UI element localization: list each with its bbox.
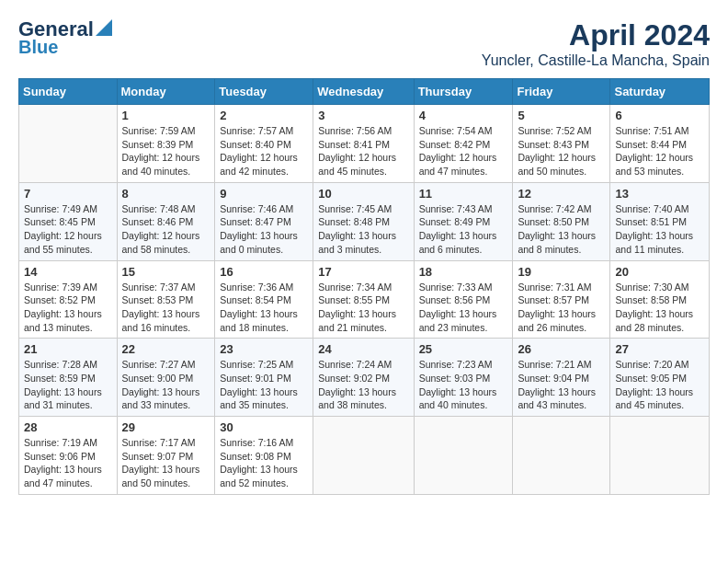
day-info: Sunrise: 7:34 AMSunset: 8:55 PMDaylight:… bbox=[318, 281, 408, 335]
day-info-line: Daylight: 13 hours bbox=[220, 308, 298, 319]
day-info-line: and 52 minutes. bbox=[220, 477, 289, 488]
day-info: Sunrise: 7:45 AMSunset: 8:48 PMDaylight:… bbox=[318, 202, 408, 257]
day-number: 30 bbox=[220, 420, 308, 434]
day-info-line: Daylight: 13 hours bbox=[419, 230, 497, 241]
page-header: General Blue April 2024 Yuncler, Castill… bbox=[18, 18, 710, 69]
day-info-line: Sunrise: 7:23 AM bbox=[419, 359, 493, 370]
day-number: 3 bbox=[318, 109, 408, 122]
day-info-line: Sunset: 9:02 PM bbox=[318, 373, 390, 384]
day-number: 8 bbox=[122, 187, 210, 201]
day-info-line: Sunset: 8:40 PM bbox=[220, 139, 291, 150]
calendar-day-cell bbox=[414, 417, 513, 495]
day-info-line: Daylight: 13 hours bbox=[518, 308, 596, 319]
day-number: 11 bbox=[419, 187, 508, 201]
day-info-line: Sunset: 8:59 PM bbox=[24, 373, 96, 384]
day-info-line: Sunset: 9:04 PM bbox=[518, 373, 589, 384]
title-block: April 2024 Yuncler, Castille-La Mancha, … bbox=[482, 18, 710, 69]
day-info-line: Sunset: 9:01 PM bbox=[220, 373, 291, 384]
day-info-line: Sunset: 9:07 PM bbox=[122, 451, 194, 462]
day-info-line: Sunset: 8:54 PM bbox=[220, 294, 291, 305]
day-info-line: Sunset: 8:43 PM bbox=[518, 139, 589, 150]
day-info-line: Sunrise: 7:45 AM bbox=[318, 203, 392, 214]
calendar-day-cell bbox=[19, 105, 118, 183]
day-number: 18 bbox=[419, 265, 508, 279]
day-info: Sunrise: 7:19 AMSunset: 9:06 PMDaylight:… bbox=[24, 436, 112, 490]
calendar-day-cell: 8Sunrise: 7:48 AMSunset: 8:46 PMDaylight… bbox=[117, 182, 215, 260]
day-info-line: and 11 minutes. bbox=[615, 244, 684, 255]
day-info-line: Sunrise: 7:31 AM bbox=[518, 282, 591, 293]
calendar-day-cell: 25Sunrise: 7:23 AMSunset: 9:03 PMDayligh… bbox=[414, 339, 513, 417]
day-info-line: and 23 minutes. bbox=[419, 322, 488, 333]
day-info: Sunrise: 7:24 AMSunset: 9:02 PMDaylight:… bbox=[318, 358, 408, 412]
day-number: 10 bbox=[318, 187, 408, 201]
calendar-day-cell: 23Sunrise: 7:25 AMSunset: 9:01 PMDayligh… bbox=[215, 339, 313, 417]
day-info: Sunrise: 7:25 AMSunset: 9:01 PMDaylight:… bbox=[220, 358, 308, 412]
day-number: 4 bbox=[419, 109, 508, 122]
day-of-week-header: Monday bbox=[117, 79, 215, 105]
day-info-line: Sunrise: 7:48 AM bbox=[122, 203, 196, 214]
day-info-line: Sunrise: 7:30 AM bbox=[615, 282, 688, 293]
calendar-day-cell: 17Sunrise: 7:34 AMSunset: 8:55 PMDayligh… bbox=[313, 260, 414, 339]
calendar-day-cell: 22Sunrise: 7:27 AMSunset: 9:00 PMDayligh… bbox=[117, 339, 215, 417]
day-info-line: Sunrise: 7:17 AM bbox=[122, 437, 196, 448]
day-info-line: and 50 minutes. bbox=[518, 166, 586, 177]
day-number: 17 bbox=[318, 265, 408, 279]
day-info-line: Daylight: 12 hours bbox=[122, 152, 200, 163]
day-number: 27 bbox=[615, 342, 704, 356]
day-info-line: Daylight: 13 hours bbox=[518, 386, 596, 397]
day-info-line: Daylight: 13 hours bbox=[615, 230, 693, 241]
day-info-line: and 47 minutes. bbox=[419, 166, 488, 177]
day-info-line: Sunrise: 7:46 AM bbox=[220, 203, 293, 214]
day-info-line: Daylight: 12 hours bbox=[419, 152, 497, 163]
day-info-line: Sunset: 8:56 PM bbox=[419, 294, 491, 305]
calendar-day-cell bbox=[313, 417, 414, 495]
day-info-line: and 55 minutes. bbox=[24, 244, 93, 255]
day-info-line: Sunset: 9:05 PM bbox=[615, 373, 687, 384]
calendar-day-cell: 3Sunrise: 7:56 AMSunset: 8:41 PMDaylight… bbox=[313, 105, 414, 183]
day-info-line: Sunset: 8:48 PM bbox=[318, 216, 390, 227]
day-info-line: Daylight: 13 hours bbox=[419, 386, 497, 397]
day-number: 5 bbox=[518, 109, 605, 122]
calendar-day-cell: 30Sunrise: 7:16 AMSunset: 9:08 PMDayligh… bbox=[215, 417, 313, 495]
day-number: 1 bbox=[122, 109, 210, 122]
day-info-line: Daylight: 13 hours bbox=[122, 386, 200, 397]
day-info-line: Daylight: 13 hours bbox=[419, 308, 497, 319]
day-info: Sunrise: 7:43 AMSunset: 8:49 PMDaylight:… bbox=[419, 202, 508, 257]
day-info-line: Sunrise: 7:54 AM bbox=[419, 125, 493, 136]
day-info-line: Sunrise: 7:21 AM bbox=[518, 359, 591, 370]
logo: General Blue bbox=[18, 18, 112, 57]
day-info-line: Daylight: 13 hours bbox=[24, 386, 102, 397]
day-info-line: and 6 minutes. bbox=[419, 244, 483, 255]
day-info: Sunrise: 7:59 AMSunset: 8:39 PMDaylight:… bbox=[122, 124, 210, 178]
calendar-day-cell: 28Sunrise: 7:19 AMSunset: 9:06 PMDayligh… bbox=[19, 417, 118, 495]
day-info-line: Sunrise: 7:59 AM bbox=[122, 125, 196, 136]
calendar-day-cell: 20Sunrise: 7:30 AMSunset: 8:58 PMDayligh… bbox=[610, 260, 710, 339]
day-info-line: Sunset: 8:46 PM bbox=[122, 216, 194, 227]
day-info: Sunrise: 7:39 AMSunset: 8:52 PMDaylight:… bbox=[24, 281, 112, 335]
day-info-line: Sunset: 8:47 PM bbox=[220, 216, 291, 227]
day-info-line: and 45 minutes. bbox=[318, 166, 387, 177]
day-info-line: Sunset: 8:50 PM bbox=[518, 216, 589, 227]
day-info-line: Daylight: 13 hours bbox=[518, 230, 596, 241]
day-number: 22 bbox=[122, 342, 210, 356]
day-info-line: Sunset: 9:00 PM bbox=[122, 373, 194, 384]
svg-marker-0 bbox=[96, 19, 112, 36]
day-info: Sunrise: 7:51 AMSunset: 8:44 PMDaylight:… bbox=[615, 124, 704, 178]
day-info-line: and 53 minutes. bbox=[615, 166, 684, 177]
day-of-week-header: Friday bbox=[513, 79, 610, 105]
calendar-day-cell: 10Sunrise: 7:45 AMSunset: 8:48 PMDayligh… bbox=[313, 182, 414, 260]
page-subtitle: Yuncler, Castille-La Mancha, Spain bbox=[482, 52, 710, 69]
day-of-week-header: Tuesday bbox=[215, 79, 313, 105]
day-of-week-header: Sunday bbox=[19, 79, 118, 105]
day-info-line: and 28 minutes. bbox=[615, 322, 684, 333]
calendar-day-cell: 6Sunrise: 7:51 AMSunset: 8:44 PMDaylight… bbox=[610, 105, 710, 183]
calendar-week-row: 21Sunrise: 7:28 AMSunset: 8:59 PMDayligh… bbox=[19, 339, 710, 417]
day-info-line: and 45 minutes. bbox=[615, 399, 684, 410]
day-info-line: Sunset: 8:55 PM bbox=[318, 294, 390, 305]
day-info-line: Daylight: 13 hours bbox=[318, 386, 396, 397]
day-info: Sunrise: 7:27 AMSunset: 9:00 PMDaylight:… bbox=[122, 358, 210, 412]
day-info-line: Sunset: 9:08 PM bbox=[220, 451, 291, 462]
day-number: 14 bbox=[24, 265, 112, 279]
day-info: Sunrise: 7:23 AMSunset: 9:03 PMDaylight:… bbox=[419, 358, 508, 412]
day-info: Sunrise: 7:21 AMSunset: 9:04 PMDaylight:… bbox=[518, 358, 605, 412]
